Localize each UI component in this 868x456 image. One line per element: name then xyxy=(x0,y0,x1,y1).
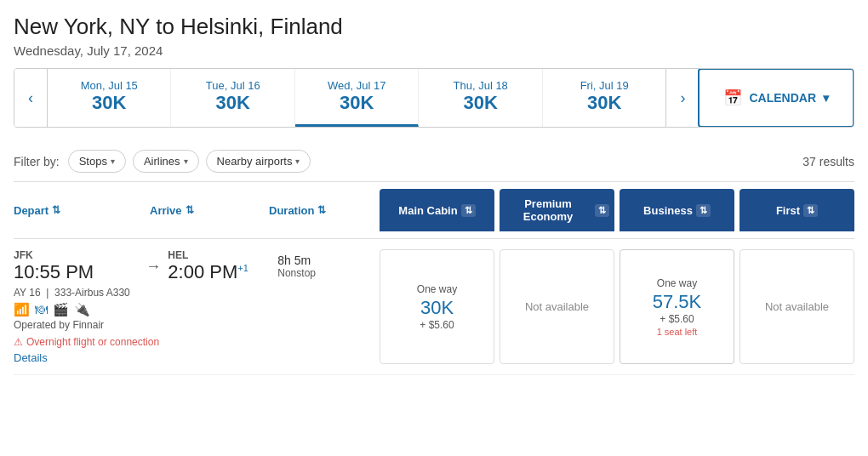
date-tab-points: 30K xyxy=(54,92,163,114)
main-cabin-header[interactable]: Main Cabin ⇅ xyxy=(380,189,494,231)
entertainment-icon: 🎬 xyxy=(53,302,69,317)
flight-times: JFK 10:55 PM → HEL 2:00 PM+1 8h 5m Nonst… xyxy=(14,249,380,283)
business-header[interactable]: Business ⇅ xyxy=(620,189,734,231)
date-tab-points: 30K xyxy=(425,92,534,114)
first-sort-icon: ⇅ xyxy=(803,204,818,217)
cabin-headers: Main Cabin ⇅ Premium Economy ⇅ Business … xyxy=(380,189,854,231)
stops-filter-label: Stops xyxy=(79,155,107,168)
first-label: First xyxy=(776,204,800,217)
date-tab-2[interactable]: Wed, Jul 1730K xyxy=(295,69,419,127)
premium-economy-sort-icon: ⇅ xyxy=(595,204,609,217)
calendar-button[interactable]: 📅 CALENDAR ▾ xyxy=(698,68,854,128)
date-strip: ‹ Mon, Jul 1530KTue, Jul 1630KWed, Jul 1… xyxy=(14,68,854,128)
duration-sort-icon: ⇅ xyxy=(317,204,326,216)
business-cash: + $5.60 xyxy=(660,313,694,325)
departure-time: 10:55 PM xyxy=(14,261,139,283)
date-tab-points: 30K xyxy=(550,92,659,114)
arrival-code: HEL xyxy=(168,249,277,261)
stops-chevron-icon: ▾ xyxy=(111,157,115,166)
date-tab-day: Tue, Jul 16 xyxy=(178,79,287,92)
main-cabin-label: Main Cabin xyxy=(398,204,457,217)
main-cabin-sort-icon: ⇅ xyxy=(461,204,476,217)
date-tab-points: 30K xyxy=(178,92,287,114)
duration-text: 8h 5m xyxy=(277,254,380,267)
business-label: Business xyxy=(643,204,693,217)
nearby-airports-chevron-icon: ▾ xyxy=(295,157,300,166)
duration-column-header[interactable]: Duration ⇅ xyxy=(269,204,380,217)
operated-by: Operated by Finnair xyxy=(14,319,380,331)
arrival-time: 2:00 PM+1 xyxy=(168,261,277,283)
first-not-available: Not available xyxy=(765,300,829,313)
route-date: Wednesday, July 17, 2024 xyxy=(14,43,854,58)
flight-number: AY 16 xyxy=(14,287,41,299)
arrive-sort-icon: ⇅ xyxy=(186,204,194,216)
aircraft-type: 333-Airbus A330 xyxy=(54,287,130,299)
cabin-prices: One way 30K + $5.60 Not available One wa… xyxy=(380,249,854,364)
flight-meta: AY 16 | 333-Airbus A330 xyxy=(14,287,380,299)
business-seats-left: 1 seat left xyxy=(657,327,698,337)
power-icon: 🔌 xyxy=(74,302,90,317)
calendar-chevron-icon: ▾ xyxy=(823,91,829,105)
first-header[interactable]: First ⇅ xyxy=(740,189,854,231)
premium-economy-not-available: Not available xyxy=(525,300,589,313)
depart-sort-icon: ⇅ xyxy=(52,204,60,216)
arrival-info: HEL 2:00 PM+1 xyxy=(168,249,277,283)
date-tab-0[interactable]: Mon, Jul 1530K xyxy=(48,69,171,127)
date-tab-3[interactable]: Thu, Jul 1830K xyxy=(419,69,542,127)
date-tab-day: Thu, Jul 18 xyxy=(425,79,534,92)
meal-icon: 🍽 xyxy=(35,302,48,317)
main-cabin-one-way-label: One way xyxy=(417,283,457,295)
date-tab-day: Mon, Jul 15 xyxy=(54,79,163,92)
warning-icon: ⚠ xyxy=(14,336,23,348)
airlines-filter[interactable]: Airlines ▾ xyxy=(133,150,199,173)
flight-row: JFK 10:55 PM → HEL 2:00 PM+1 8h 5m Nonst… xyxy=(14,239,854,375)
details-link[interactable]: Details xyxy=(14,351,380,364)
premium-economy-header[interactable]: Premium Economy ⇅ xyxy=(500,189,614,231)
premium-economy-label: Premium Economy xyxy=(505,197,591,223)
flight-info-headers: Depart ⇅ Arrive ⇅ Duration ⇅ xyxy=(14,204,380,217)
first-price: Not available xyxy=(740,249,854,364)
departure-info: JFK 10:55 PM xyxy=(14,249,139,283)
depart-label: Depart xyxy=(14,204,49,217)
calendar-icon: 📅 xyxy=(723,88,742,107)
results-count: 37 results xyxy=(802,155,854,168)
date-tab-points: 30K xyxy=(302,92,411,114)
main-cabin-price[interactable]: One way 30K + $5.60 xyxy=(380,249,494,364)
date-tab-4[interactable]: Fri, Jul 1930K xyxy=(543,69,665,127)
flight-main-info: JFK 10:55 PM → HEL 2:00 PM+1 8h 5m Nonst… xyxy=(14,249,380,364)
overnight-warning: ⚠ Overnight flight or connection xyxy=(14,336,380,348)
duration-label: Duration xyxy=(269,204,314,217)
date-tab-day: Wed, Jul 17 xyxy=(302,79,411,92)
arrive-label: Arrive xyxy=(150,204,182,217)
airlines-filter-label: Airlines xyxy=(144,155,180,168)
date-tab-1[interactable]: Tue, Jul 1630K xyxy=(171,69,294,127)
airlines-chevron-icon: ▾ xyxy=(184,157,188,166)
duration-info: 8h 5m Nonstop xyxy=(277,254,380,279)
main-cabin-cash: + $5.60 xyxy=(420,319,454,331)
business-price[interactable]: One way 57.5K + $5.60 1 seat left xyxy=(620,249,734,364)
nearby-airports-label: Nearby airports xyxy=(217,155,293,168)
business-points: 57.5K xyxy=(653,291,702,313)
main-cabin-points: 30K xyxy=(420,297,454,319)
nearby-airports-filter[interactable]: Nearby airports ▾ xyxy=(206,150,311,173)
wifi-icon: 📶 xyxy=(14,302,30,317)
flight-arrow-icon: → xyxy=(146,258,161,276)
column-headers: Depart ⇅ Arrive ⇅ Duration ⇅ Main Cabin … xyxy=(14,182,854,239)
route-title: New York, NY to Helsinki, Finland xyxy=(14,14,854,40)
filter-label: Filter by: xyxy=(14,155,60,168)
date-tab-day: Fri, Jul 19 xyxy=(550,79,659,92)
stops-filter[interactable]: Stops ▾ xyxy=(68,150,126,173)
business-sort-icon: ⇅ xyxy=(696,204,711,217)
business-one-way-label: One way xyxy=(657,277,697,289)
departure-code: JFK xyxy=(14,249,139,261)
prev-date-nav[interactable]: ‹ xyxy=(14,69,48,127)
premium-economy-price: Not available xyxy=(500,249,614,364)
filter-bar: Filter by: Stops ▾ Airlines ▾ Nearby air… xyxy=(14,141,854,182)
flight-amenities: 📶 🍽 🎬 🔌 xyxy=(14,302,380,317)
depart-column-header[interactable]: Depart ⇅ xyxy=(14,204,150,217)
next-date-nav[interactable]: › xyxy=(665,69,699,127)
next-day-indicator: +1 xyxy=(237,263,248,273)
nonstop-label: Nonstop xyxy=(277,267,380,279)
arrive-column-header[interactable]: Arrive ⇅ xyxy=(150,204,269,217)
date-tabs: Mon, Jul 1530KTue, Jul 1630KWed, Jul 173… xyxy=(48,69,665,127)
